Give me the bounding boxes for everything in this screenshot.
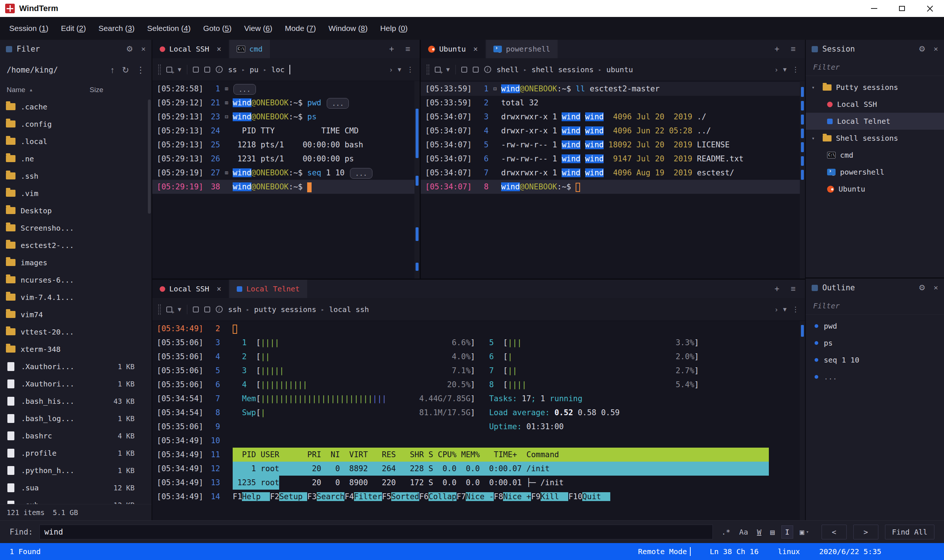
in-selection-icon[interactable]: ▤ (770, 528, 775, 537)
session-item-local-ssh[interactable]: Local SSH (806, 96, 944, 113)
collapsed-output-pill[interactable]: ... (327, 98, 349, 109)
breadcrumb-item[interactable]: shell sessions (531, 65, 594, 74)
file-row-ssh[interactable]: .ssh (0, 167, 151, 185)
file-row-vim[interactable]: .vim (0, 185, 151, 202)
session-group-putty-sessions[interactable]: ▾Putty sessions (806, 79, 944, 96)
pane-menu-icon[interactable]: ⋮ (792, 305, 799, 314)
session-dropdown-icon[interactable]: ▾ (178, 305, 181, 314)
tab-powershell[interactable]: powershell (486, 40, 558, 58)
breadcrumb-expand-icon[interactable]: › (775, 305, 777, 314)
new-session-icon[interactable] (435, 67, 441, 72)
file-row-bash-his[interactable]: .bash_his...43 KB (0, 392, 151, 410)
filer-menu-icon[interactable]: ⋮ (136, 65, 145, 75)
breadcrumb-item[interactable]: shell (497, 65, 519, 74)
filer-scrollbar[interactable] (148, 100, 151, 214)
current-path[interactable]: /home/king/ (7, 66, 103, 74)
menu-view[interactable]: View (6) (238, 17, 279, 40)
breadcrumb[interactable]: shell▸shell sessions▸ubuntu (497, 65, 770, 74)
fold-icon[interactable]: ⊟ (489, 82, 501, 96)
scrollbar[interactable] (800, 81, 805, 278)
search-scope-dropdown[interactable]: ▣▾ (800, 528, 809, 537)
breadcrumb-item[interactable]: ssh (228, 305, 242, 314)
match-case-toggle[interactable]: Aa (739, 528, 748, 537)
drag-handle-icon[interactable] (158, 304, 161, 315)
file-row-screensho[interactable]: Screensho... (0, 219, 151, 237)
file-row-xterm-348[interactable]: xterm-348 (0, 340, 151, 358)
scrollbar[interactable] (800, 321, 805, 520)
terminal-area[interactable]: [05:33:59]1⊟wind@ONEBOOK:~$ ll esctest2-… (421, 81, 805, 278)
eol-mode[interactable]: linux (778, 547, 800, 556)
breadcrumb-item[interactable]: ss (228, 65, 237, 74)
new-tab-button[interactable]: + (770, 284, 784, 294)
fold-icon[interactable]: ⊞ (220, 166, 233, 180)
gear-icon[interactable]: ⚙ (919, 45, 925, 54)
menu-edit[interactable]: Edit (2) (55, 17, 92, 40)
file-row-sub[interactable]: .sub12 KB (0, 496, 151, 504)
fold-icon[interactable]: ⊟ (220, 110, 233, 124)
address-dropdown-icon[interactable]: ▾ (783, 305, 787, 314)
file-row-esctest2[interactable]: esctest2-... (0, 237, 151, 254)
file-row-cache[interactable]: .cache (0, 98, 151, 115)
session-filter-input[interactable]: Filter (806, 58, 944, 76)
tab-ubuntu[interactable]: Ubuntu× (421, 40, 485, 58)
find-input[interactable] (39, 525, 713, 539)
tab-close-icon[interactable]: × (216, 285, 221, 293)
file-row-ncurses-6[interactable]: ncurses-6... (0, 271, 151, 288)
new-session-icon[interactable] (166, 306, 172, 312)
breadcrumb[interactable]: ssh▸putty sessions▸local ssh (228, 305, 770, 314)
fold-icon[interactable]: ⊞ (220, 82, 233, 96)
file-row-profile[interactable]: .profile1 KB (0, 444, 151, 462)
outline-item-seq-1-10[interactable]: seq 1 10 (806, 351, 944, 368)
session-item-ubuntu[interactable]: Ubuntu (806, 180, 944, 197)
terminal-area[interactable]: [05:28:58]1⊞...[05:29:12]21⊞wind@ONEBOOK… (152, 81, 420, 278)
session-item-cmd[interactable]: cmd (806, 147, 944, 163)
gear-icon[interactable]: ⚙ (126, 45, 133, 54)
file-row-bash-log[interactable]: .bash_log...1 KB (0, 410, 151, 427)
menu-goto[interactable]: Goto (5) (197, 17, 238, 40)
file-row-vim-7-4-1[interactable]: vim-7.4.1... (0, 288, 151, 306)
up-directory-icon[interactable]: ↑ (110, 65, 115, 75)
file-row-vttest-20[interactable]: vttest-20... (0, 323, 151, 340)
file-row-local[interactable]: .local (0, 132, 151, 150)
menu-selection[interactable]: Selection (4) (141, 17, 197, 40)
scrollbar[interactable] (415, 81, 420, 278)
tab-local-telnet[interactable]: Local Telnet (229, 280, 307, 298)
pane-menu-icon[interactable]: ⋮ (407, 65, 414, 74)
close-button[interactable] (916, 0, 944, 17)
new-tab-button[interactable]: + (384, 44, 399, 54)
breadcrumb-item[interactable]: ubuntu (606, 65, 633, 74)
file-row-xauthori[interactable]: .Xauthori...1 KB (0, 358, 151, 375)
tab-local-ssh[interactable]: Local SSH× (152, 280, 228, 298)
file-row-python-h[interactable]: .python_h...1 KB (0, 462, 151, 479)
tab-local-ssh[interactable]: Local SSH× (152, 40, 228, 58)
file-row-vim74[interactable]: vim74 (0, 306, 151, 323)
minimize-button[interactable] (860, 0, 888, 17)
fold-icon[interactable]: ⊞ (220, 96, 233, 110)
outline-item-[interactable]: ... (806, 368, 944, 385)
duplicate-session-icon[interactable] (193, 306, 199, 312)
pane-menu-icon[interactable]: ⋮ (792, 65, 799, 74)
info-icon[interactable]: i (216, 66, 223, 73)
refresh-icon[interactable]: ↻ (122, 65, 129, 75)
collapsed-output-pill[interactable]: ... (233, 84, 256, 95)
address-dropdown-icon[interactable]: ▾ (783, 65, 787, 74)
menu-mode[interactable]: Mode (7) (279, 17, 322, 40)
clone-session-icon[interactable] (473, 67, 479, 72)
find-prev-button[interactable]: < (822, 525, 847, 539)
close-panel-icon[interactable]: × (141, 45, 146, 54)
tab-list-button[interactable]: ≡ (786, 284, 801, 294)
breadcrumb-item[interactable]: pu (250, 65, 259, 74)
breadcrumb[interactable]: ss▸pu▸loc (228, 65, 385, 74)
drag-handle-icon[interactable] (427, 65, 429, 75)
find-next-button[interactable]: > (853, 525, 878, 539)
file-row-images[interactable]: images (0, 254, 151, 271)
tab-list-button[interactable]: ≡ (786, 44, 801, 54)
column-size[interactable]: Size (89, 86, 145, 94)
find-all-button[interactable]: Find All (885, 525, 935, 539)
session-group-shell-sessions[interactable]: ▾Shell sessions (806, 130, 944, 147)
info-icon[interactable]: i (484, 66, 491, 73)
caret-down-icon[interactable]: ▾ (811, 85, 818, 90)
info-icon[interactable]: i (216, 306, 223, 313)
file-row-config[interactable]: .config (0, 115, 151, 132)
breadcrumb-item[interactable]: local ssh (329, 305, 369, 314)
